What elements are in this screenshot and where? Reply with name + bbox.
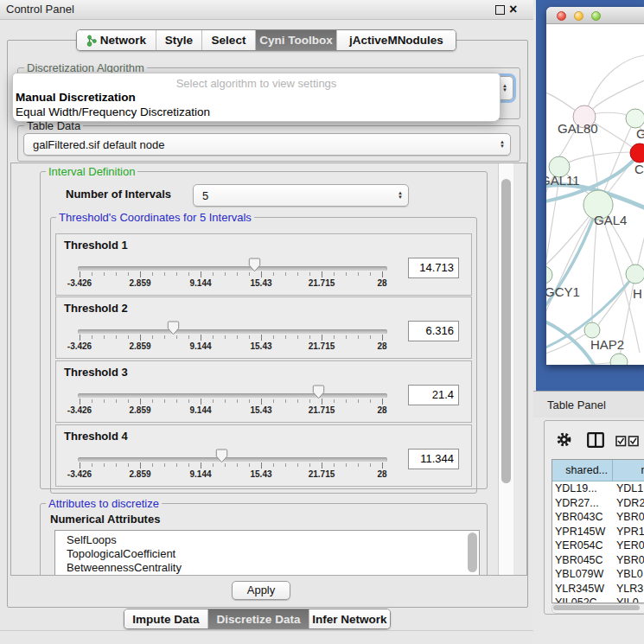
slider-track[interactable] [78, 266, 387, 271]
slider-minor-tick [152, 463, 153, 467]
number-of-intervals-combobox[interactable]: 5 ▲▼ [193, 184, 409, 207]
close-icon[interactable]: × [509, 1, 517, 18]
minimize-traffic-light[interactable] [574, 11, 583, 21]
table-hscrollbar-thumb[interactable] [553, 605, 640, 610]
tab-cyni-toolbox[interactable]: Cyni Toolbox [256, 30, 337, 50]
network-node-gcy1[interactable] [546, 266, 552, 284]
slider-minor-tick [225, 463, 226, 467]
zoom-traffic-light[interactable] [591, 11, 601, 21]
slider-minor-tick [164, 272, 165, 276]
settings-scrollbar-thumb[interactable] [501, 179, 511, 483]
slider-tick-label: 15.43 [235, 405, 287, 415]
table-row[interactable]: YIL052CYIL0 [552, 596, 644, 603]
gear-icon[interactable] [556, 431, 572, 451]
float-window-icon[interactable] [495, 5, 505, 15]
slider-major-tick [201, 399, 201, 405]
algorithm-popup-hint: Select algorithm to view settings [13, 77, 500, 90]
threshold-value-field[interactable]: 6.316 [408, 321, 459, 341]
table-horizontal-scrollbar[interactable] [552, 603, 644, 614]
slider-minor-tick [128, 463, 129, 467]
table-panel-title: Table Panel [547, 399, 606, 411]
network-edge [584, 54, 644, 117]
list-scrollbar-thumb[interactable] [468, 532, 477, 572]
slider-major-tick [201, 271, 201, 277]
tab-infer-network[interactable]: Infer Network [309, 609, 390, 628]
slider-minor-tick [297, 272, 298, 276]
slider-tick-label: 28 [356, 469, 408, 479]
popup-option-equal-width-frequency[interactable]: Equal Width/Frequency Discretization [16, 105, 210, 118]
tab-select[interactable]: Select [202, 30, 256, 50]
tab-jactivemnodules[interactable]: jActiveMNodules [337, 30, 456, 50]
checkbox-select-icon[interactable] [615, 435, 640, 450]
slider-major-tick [382, 399, 383, 405]
threshold-coordinates-group-label: Threshold's Coordinates for 5 Intervals [56, 211, 254, 224]
attribute-item-topologicalcoefficient[interactable]: TopologicalCoefficient [67, 547, 175, 560]
table-row[interactable]: YBR045CYBR0 [552, 554, 644, 569]
slider-handle[interactable] [167, 321, 180, 335]
table-data-combobox[interactable]: galFiltered.sif default node ▲▼ [23, 133, 511, 156]
table-row[interactable]: YDL19...YDL1 [552, 482, 644, 497]
split-columns-icon[interactable] [587, 432, 604, 451]
slider-minor-tick [285, 399, 286, 403]
slider-minor-tick [188, 463, 189, 467]
tab-impute-data[interactable]: Impute Data [124, 609, 208, 628]
slider-minor-tick [176, 335, 177, 339]
network-node-h[interactable] [626, 265, 644, 284]
popup-option-manual-discretization[interactable]: Manual Discretization [16, 91, 136, 104]
table-row[interactable]: YBR043CYBR0 [552, 511, 644, 526]
slider-minor-tick [116, 335, 117, 339]
network-node-hap2[interactable] [584, 322, 600, 338]
table-row[interactable]: YER054CYER0 [552, 539, 644, 554]
slider-tick-label: -3.426 [54, 341, 105, 351]
settings-scrollbar[interactable] [498, 163, 513, 575]
close-traffic-light[interactable] [557, 11, 566, 21]
slider-track[interactable] [78, 329, 387, 334]
slider-major-tick [80, 462, 80, 469]
threshold-value-field[interactable]: 21.4 [408, 385, 459, 405]
slider-handle[interactable] [215, 449, 228, 463]
attribute-item-betweennesscentrality[interactable]: BetweennessCentrality [67, 561, 182, 574]
network-node-label: GAL11 [546, 173, 580, 188]
column-header-shared-name[interactable]: shared... [552, 460, 613, 481]
threshold-value-field[interactable]: 14.713 [408, 258, 459, 278]
tab-discretize-data[interactable]: Discretize Data [208, 609, 309, 628]
slider-minor-tick [176, 272, 177, 276]
slider-track[interactable] [78, 457, 387, 462]
slider-track[interactable] [78, 393, 387, 398]
network-node-unnamed[interactable] [610, 354, 628, 365]
slider-minor-tick [152, 272, 153, 276]
slider-minor-tick [309, 463, 310, 467]
table-row[interactable]: YLR345WYLR3 [552, 583, 644, 597]
slider-minor-tick [285, 335, 286, 339]
slider-minor-tick [237, 272, 238, 276]
slider-major-tick [261, 462, 262, 469]
network-canvas[interactable]: GAL80GACGAL11GAL4GCY1HHAP2 [546, 24, 644, 365]
slider-handle[interactable] [248, 258, 261, 272]
table-row[interactable]: YPR145WYPR1 [552, 526, 644, 540]
slider-tick-label: 28 [356, 341, 408, 351]
numerical-attributes-label: Numerical Attributes [50, 513, 160, 526]
network-node-ga[interactable] [626, 109, 644, 128]
slider-minor-tick [104, 463, 105, 467]
tab-network[interactable]: Network [77, 30, 156, 50]
apply-button[interactable]: Apply [232, 581, 290, 600]
slider-handle[interactable] [312, 385, 325, 399]
threshold-value-field[interactable]: 11.344 [408, 449, 459, 469]
slider-minor-tick [225, 272, 226, 276]
network-node-label: GAL4 [594, 213, 627, 227]
slider-tick-label: 9.144 [175, 278, 226, 288]
cell-shared-name: YBL079W [555, 568, 603, 580]
column-header-name[interactable]: na [613, 460, 644, 481]
slider-tick-label: -3.426 [54, 405, 105, 415]
threshold-label: Threshold 1 [64, 239, 128, 252]
slider-tick-label: 2.859 [114, 278, 166, 288]
table-row[interactable]: YBL079WYBL0 [552, 568, 644, 583]
attribute-item-selfloops[interactable]: SelfLoops [67, 533, 117, 546]
network-window-titlebar[interactable] [546, 7, 644, 24]
tab-style[interactable]: Style [156, 30, 202, 50]
slider-minor-tick [104, 399, 105, 403]
table-row[interactable]: YDR27...YDR2 [552, 497, 644, 512]
numerical-attributes-list[interactable]: SelfLoopsTopologicalCoefficientBetweenne… [54, 530, 480, 576]
slider-major-tick [261, 335, 262, 341]
slider-minor-tick [346, 463, 347, 467]
